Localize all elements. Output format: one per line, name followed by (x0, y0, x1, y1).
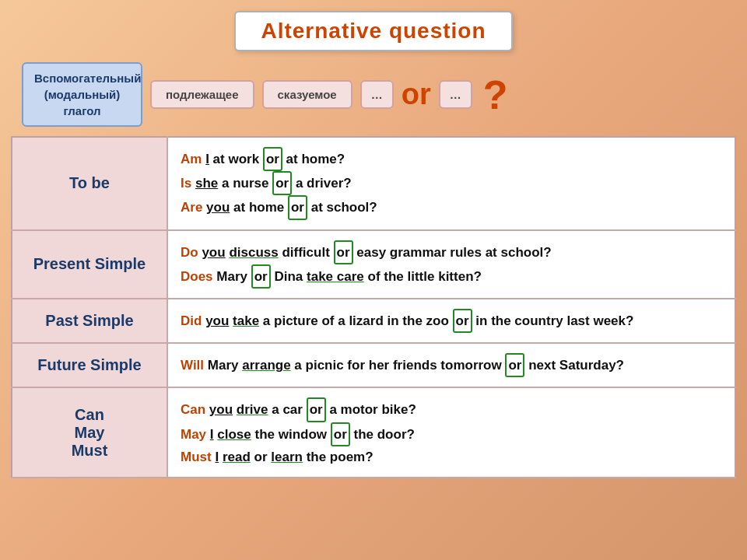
header-aux-verb: Вспомогательный (модальный) глагол (22, 62, 142, 127)
page-title: Alternative question (261, 19, 486, 43)
header-dots2: … (439, 80, 472, 109)
table-row: Past Simple Did you take a picture of a … (12, 299, 735, 343)
content-future-simple: Will Mary arrange a picnic for her frien… (167, 343, 735, 387)
header-or: or (402, 78, 431, 111)
header-predicate: сказуемое (262, 80, 352, 109)
content-present-simple: Do you discuss difficult or easy grammar… (167, 230, 735, 299)
table-row: To be Am I at work or at home? Is she a … (12, 137, 735, 230)
table-row: Present Simple Do you discuss difficult … (12, 230, 735, 299)
content-past-simple: Did you take a picture of a lizard in th… (167, 299, 735, 343)
header-subject: подлежащее (150, 80, 254, 109)
content-modal: Can you drive a car or a motor bike? May… (167, 387, 735, 478)
content-to-be: Am I at work or at home? Is she a nurse … (167, 137, 735, 230)
header-dots1: … (360, 80, 394, 109)
header-row: Вспомогательный (модальный) глагол подле… (11, 62, 736, 127)
label-modal: Can May Must (12, 387, 167, 478)
label-past-simple: Past Simple (12, 299, 167, 343)
label-future-simple: Future Simple (12, 343, 167, 387)
grammar-table: To be Am I at work or at home? Is she a … (11, 136, 736, 478)
label-present-simple: Present Simple (12, 230, 167, 299)
label-to-be: To be (12, 137, 167, 230)
table-row: Future Simple Will Mary arrange a picnic… (12, 343, 735, 387)
title-box: Alternative question (234, 11, 512, 51)
table-row: Can May Must Can you drive a car or a mo… (12, 387, 735, 478)
question-mark-icon: ? (483, 72, 508, 118)
